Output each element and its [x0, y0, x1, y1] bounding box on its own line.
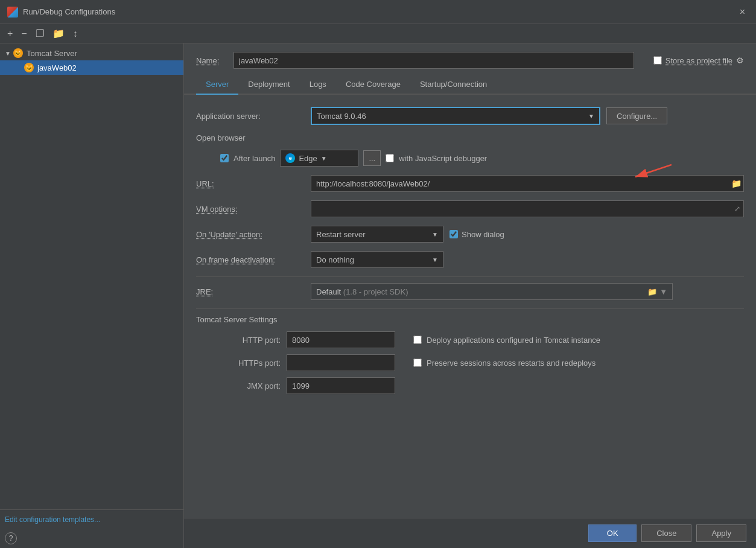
- tomcat-server-label: Tomcat Server: [27, 49, 77, 58]
- jre-dropdown[interactable]: Default (1.8 - project SDK) 📁 ▼: [311, 283, 673, 300]
- url-input[interactable]: [311, 175, 744, 192]
- deploy-apps-row: Deploy applications configured in Tomcat…: [413, 336, 600, 345]
- on-frame-row: On frame deactivation: Do nothing ▼: [196, 251, 744, 268]
- show-dialog-label[interactable]: Show dialog: [462, 230, 504, 239]
- sidebar-item-tomcat-server[interactable]: ▼ 🐱 Tomcat Server: [0, 46, 183, 60]
- jmx-port-label: JMX port:: [208, 381, 281, 390]
- run-debug-dialog: Run/Debug Configurations × + − ❐ 📁 ↕ ▼ 🐱…: [0, 0, 756, 548]
- copy-button[interactable]: ❐: [33, 27, 46, 40]
- gear-icon[interactable]: ⚙: [736, 56, 744, 65]
- open-browser-row: After launch Edge ▼ ... with JavaScript …: [196, 150, 744, 167]
- sort-button[interactable]: ↕: [71, 27, 80, 40]
- close-button[interactable]: ×: [736, 5, 749, 19]
- sidebar-help: ?: [0, 529, 183, 548]
- app-server-row: Application server: Tomcat 9.0.46 ▼ Conf…: [196, 107, 744, 125]
- divider-1: [196, 276, 744, 277]
- jre-rest: (1.8 - project SDK): [341, 287, 408, 296]
- browser-label: Edge: [299, 154, 317, 163]
- title-bar: Run/Debug Configurations ×: [0, 0, 756, 24]
- dialog-icon: [7, 7, 18, 18]
- https-port-row: HTTPs port: Preserve sessions across res…: [196, 354, 744, 371]
- vm-options-row: VM options: ⤢: [196, 200, 744, 217]
- http-port-label: HTTP port:: [208, 336, 281, 345]
- divider-2: [196, 308, 744, 309]
- sidebar: ▼ 🐱 Tomcat Server 🐱 javaWeb02 Edit confi…: [0, 43, 184, 548]
- jre-default: Default: [316, 287, 341, 296]
- tab-server[interactable]: Server: [196, 75, 238, 95]
- remove-button[interactable]: −: [19, 27, 29, 40]
- jre-text: Default (1.8 - project SDK): [316, 287, 408, 296]
- app-server-label: Application server:: [196, 112, 305, 121]
- sidebar-item-javaweb02[interactable]: 🐱 javaWeb02: [0, 60, 183, 75]
- show-dialog-text: Show dialog: [462, 230, 504, 239]
- open-browser-section: Open browser After launch Edge ▼ ...: [196, 133, 744, 167]
- deploy-apps-label[interactable]: Deploy applications configured in Tomcat…: [427, 336, 600, 345]
- tab-logs[interactable]: Logs: [300, 75, 336, 95]
- url-row: URL: 📁: [196, 175, 744, 192]
- url-folder-icon[interactable]: 📁: [731, 179, 742, 188]
- on-update-arrow-icon: ▼: [432, 231, 438, 238]
- name-input[interactable]: [233, 52, 634, 69]
- close-dialog-button[interactable]: Close: [641, 524, 691, 542]
- apply-button[interactable]: Apply: [696, 524, 746, 542]
- on-frame-arrow-icon: ▼: [432, 256, 438, 263]
- main-content: ▼ 🐱 Tomcat Server 🐱 javaWeb02 Edit confi…: [0, 43, 756, 548]
- add-button[interactable]: +: [5, 27, 15, 40]
- on-update-dropdown[interactable]: Restart server ▼: [311, 226, 443, 243]
- store-checkbox-area: Store as project file ⚙: [653, 56, 744, 65]
- url-label: URL:: [196, 179, 305, 188]
- show-dialog-area: Show dialog: [449, 230, 504, 239]
- js-debugger-label[interactable]: with JavaScript debugger: [399, 154, 487, 163]
- preserve-sessions-text: Preserve sessions across restarts and re…: [427, 358, 596, 368]
- show-dialog-checkbox[interactable]: [449, 230, 458, 238]
- jre-row: JRE: Default (1.8 - project SDK) 📁 ▼: [196, 283, 744, 300]
- tomcat-settings-header: Tomcat Server Settings: [196, 315, 744, 324]
- content-area: Application server: Tomcat 9.0.46 ▼ Conf…: [184, 95, 756, 518]
- js-debugger-checkbox[interactable]: [386, 154, 394, 162]
- edit-templates-link[interactable]: Edit configuration templates...: [5, 515, 100, 524]
- app-server-dropdown[interactable]: Tomcat 9.0.46 ▼: [311, 107, 600, 125]
- ok-button[interactable]: OK: [588, 524, 637, 542]
- tab-deployment[interactable]: Deployment: [238, 75, 299, 95]
- after-launch-checkbox[interactable]: [220, 154, 229, 162]
- after-launch-text: After launch: [233, 154, 275, 163]
- tab-startup-connection[interactable]: Startup/Connection: [410, 75, 497, 95]
- js-debugger-text: with JavaScript debugger: [399, 154, 487, 163]
- vm-options-input[interactable]: [311, 200, 744, 217]
- toolbar: + − ❐ 📁 ↕: [0, 24, 756, 43]
- after-launch-label[interactable]: After launch: [233, 154, 275, 163]
- name-label: Name:: [196, 56, 226, 65]
- tabs-bar: Server Deployment Logs Code Coverage Sta…: [184, 75, 756, 95]
- jmx-port-row: JMX port:: [196, 377, 744, 394]
- name-row: Name: Store as project file ⚙: [184, 43, 756, 75]
- preserve-sessions-checkbox[interactable]: [413, 358, 422, 367]
- edge-icon: [285, 153, 295, 163]
- open-browser-label: Open browser: [196, 133, 744, 142]
- preserve-sessions-label[interactable]: Preserve sessions across restarts and re…: [427, 358, 596, 368]
- http-port-row: HTTP port: Deploy applications configure…: [196, 331, 744, 348]
- help-button[interactable]: ?: [5, 532, 17, 544]
- vm-options-container: ⤢: [311, 200, 744, 217]
- folder-button[interactable]: 📁: [50, 27, 67, 40]
- http-port-input[interactable]: [287, 331, 395, 348]
- https-port-label: HTTPs port:: [208, 358, 281, 368]
- tab-code-coverage[interactable]: Code Coverage: [336, 75, 410, 95]
- app-server-value: Tomcat 9.0.46: [317, 112, 366, 121]
- jre-dropdown-arrow-icon[interactable]: ▼: [659, 287, 667, 296]
- vm-expand-icon[interactable]: ⤢: [734, 205, 740, 213]
- sidebar-footer: Edit configuration templates...: [0, 509, 183, 529]
- jre-folder-icon[interactable]: 📁: [647, 287, 657, 296]
- tomcat-icon: 🐱: [13, 48, 23, 58]
- https-port-input[interactable]: [287, 354, 395, 371]
- store-as-project-checkbox[interactable]: [653, 56, 662, 65]
- javaweb02-label: javaWeb02: [37, 63, 77, 72]
- on-frame-dropdown[interactable]: Do nothing ▼: [311, 251, 443, 268]
- on-frame-value: Do nothing: [316, 255, 354, 264]
- browser-more-button[interactable]: ...: [363, 150, 381, 166]
- bottom-bar: OK Close Apply: [184, 518, 756, 548]
- deploy-apps-checkbox[interactable]: [413, 336, 422, 344]
- jmx-port-input[interactable]: [287, 377, 395, 394]
- browser-dropdown[interactable]: Edge ▼: [280, 150, 358, 167]
- sidebar-tree: ▼ 🐱 Tomcat Server 🐱 javaWeb02: [0, 43, 183, 509]
- configure-button[interactable]: Configure...: [606, 107, 667, 124]
